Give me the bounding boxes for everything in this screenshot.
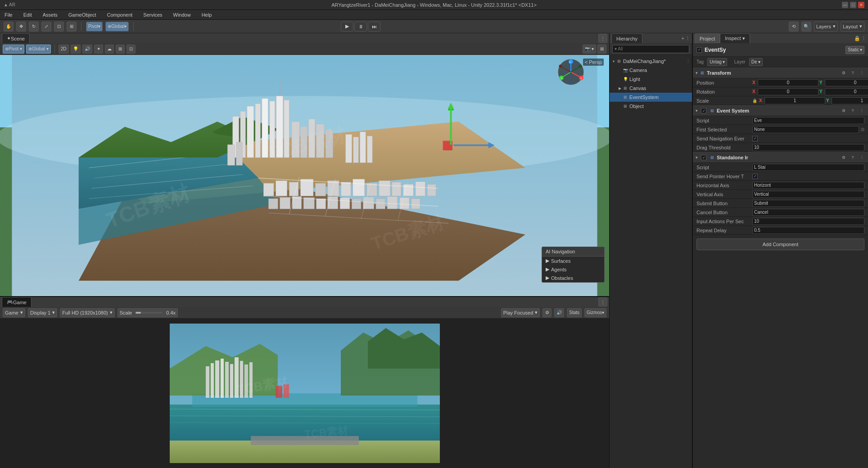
standalone-enabled[interactable]: ✓ — [701, 155, 706, 160]
inspector-more-btn[interactable]: ⋮ — [861, 36, 866, 41]
global-button[interactable]: ⊕ Global ▾ — [105, 22, 129, 32]
close-button[interactable]: ✕ — [858, 2, 864, 8]
scene-cam-btn[interactable]: 📷 ▾ — [583, 45, 596, 54]
search-button[interactable]: 🔍 — [801, 22, 811, 32]
game-stats-btn[interactable]: Stats — [567, 308, 582, 317]
hierarchy-add-btn[interactable]: + — [682, 36, 684, 41]
game-mode-dropdown[interactable]: Game ▾ — [3, 308, 25, 317]
menu-assets[interactable]: Assets — [41, 12, 59, 18]
layers-dropdown[interactable]: Layers ▾ — [814, 22, 838, 32]
menu-help[interactable]: Help — [200, 12, 214, 18]
hierarchy-item-eventsystem[interactable]: ⊞ EventSystem — [610, 93, 692, 102]
layer-dropdown[interactable]: De ▾ — [749, 58, 763, 66]
scale-dropdown[interactable]: Scale 0.4x — [118, 308, 178, 317]
scene-fx-btn[interactable]: ✦ — [94, 45, 103, 54]
vertical-axis-input[interactable] — [752, 191, 864, 198]
event-system-more-btn[interactable]: ⋮ — [858, 107, 865, 114]
menu-edit[interactable]: Edit — [22, 12, 34, 18]
inspector-lock-btn[interactable]: 🔒 — [854, 36, 860, 41]
scene-grid-btn[interactable]: ⊞ — [116, 45, 125, 54]
menu-gameobject[interactable]: GameObject — [67, 12, 98, 18]
hierarchy-item-light[interactable]: 💡 Light — [610, 75, 692, 84]
ai-nav-obstacles[interactable]: ▶ Obstacles — [542, 274, 604, 282]
maximize-button[interactable]: □ — [850, 2, 856, 8]
send-navigation-checkbox[interactable]: ✓ — [752, 136, 758, 141]
scene-tab[interactable]: ✦ Scene — [2, 33, 30, 43]
play-button[interactable]: ▶ — [341, 22, 353, 32]
game-tab[interactable]: 🎮 Game — [2, 297, 32, 307]
scale-x-input[interactable] — [764, 97, 825, 104]
standalone-settings-btn[interactable]: ⚙ — [840, 154, 847, 161]
layout-dropdown[interactable]: Layout ▾ — [841, 22, 864, 32]
standalone-header[interactable]: ▾ ✓ ⊞ Standalone Ir ⚙ ? ⋮ — [693, 152, 868, 163]
add-component-button[interactable]: Add Component — [696, 238, 864, 250]
standalone-more-btn[interactable]: ⋮ — [858, 154, 865, 161]
hierarchy-more-btn[interactable]: ⋮ — [685, 36, 690, 41]
scene-render-btn[interactable]: ⊞ — [597, 45, 606, 54]
first-selected-input[interactable] — [752, 126, 859, 133]
transform-component-header[interactable]: ▾ ⊞ Transform ⚙ ? ⋮ — [693, 68, 868, 78]
toolbar-scale-tool[interactable]: ⤢ — [41, 22, 51, 32]
hierarchy-item-canvas[interactable]: ▶ ⊞ Canvas — [610, 84, 692, 93]
pos-x-input[interactable] — [758, 79, 818, 86]
hierarchy-tab[interactable]: Hierarchy — [611, 33, 642, 43]
first-selected-circle[interactable]: ⊙ — [861, 127, 864, 132]
display-dropdown[interactable]: Display 1 ▾ — [28, 308, 57, 317]
minimize-button[interactable]: — — [842, 2, 848, 8]
input-actions-input[interactable] — [752, 218, 864, 225]
cancel-button-input[interactable] — [752, 209, 864, 216]
project-tab[interactable]: Project — [695, 33, 720, 43]
resolution-dropdown[interactable]: Full HD (1920x1080) ▾ — [60, 308, 115, 317]
scene-more-btn[interactable]: ⋮ — [598, 34, 607, 43]
hierarchy-search-input[interactable] — [612, 45, 689, 53]
hierarchy-item-object[interactable]: ⊞ Object — [610, 102, 692, 111]
undo-history-button[interactable]: ⟲ — [789, 22, 799, 32]
game-settings-btn[interactable]: ⚙ — [542, 308, 552, 317]
game-canvas[interactable]: TCB素材 TCB素材 — [0, 319, 609, 468]
scene-gizmo-btn[interactable]: ⊡ — [127, 45, 136, 54]
event-system-header[interactable]: ▾ ✓ ⊞ Event System ⚙ ? ⋮ — [693, 105, 868, 116]
menu-component[interactable]: Component — [105, 12, 134, 18]
toolbar-move-tool[interactable]: ✥ — [16, 22, 26, 32]
hierarchy-root-settings[interactable]: ⋮ — [686, 59, 690, 63]
inspect-tab[interactable]: Inspect ▾ — [720, 33, 750, 43]
event-system-enabled[interactable]: ✓ — [701, 108, 706, 113]
play-focused-dropdown[interactable]: Play Focused ▾ — [501, 308, 540, 317]
pos-y-input[interactable] — [825, 79, 868, 86]
standalone-help-btn[interactable]: ? — [849, 154, 856, 161]
event-script-input[interactable] — [752, 117, 864, 124]
scene-sky-btn[interactable]: ☁ — [105, 45, 114, 54]
scale-y-input[interactable] — [832, 97, 868, 104]
game-more-btn[interactable]: ⋮ — [598, 297, 607, 306]
menu-services[interactable]: Services — [141, 12, 164, 18]
submit-button-input[interactable] — [752, 200, 864, 207]
toolbar-transform-tool[interactable]: ⊞ — [67, 22, 77, 32]
scene-global-btn[interactable]: ⊕Global ▾ — [26, 45, 51, 54]
event-system-settings-btn[interactable]: ⚙ — [840, 107, 847, 114]
game-gizmos-btn[interactable]: Gizmos ▾ — [584, 308, 606, 317]
static-dropdown[interactable]: Static ▾ — [845, 46, 864, 54]
repeat-delay-input[interactable] — [752, 227, 864, 234]
game-mute-btn[interactable]: 🔊 — [554, 308, 564, 317]
rot-x-input[interactable] — [758, 88, 818, 95]
scene-gizmo[interactable]: Z X Y — [557, 58, 584, 86]
pivot-button[interactable]: Pivot ▾ — [86, 22, 103, 32]
transform-more-btn[interactable]: ⋮ — [858, 69, 865, 76]
drag-threshold-input[interactable] — [752, 144, 864, 151]
object-enabled-checkbox[interactable]: ✓ — [696, 47, 702, 53]
object-name[interactable]: EventSy — [705, 47, 726, 53]
event-system-help-btn[interactable]: ? — [849, 107, 856, 114]
toolbar-rotate-tool[interactable]: ↻ — [29, 22, 39, 32]
ai-nav-surfaces[interactable]: ▶ Surfaces — [542, 256, 604, 265]
menu-file[interactable]: File — [3, 12, 14, 18]
step-button[interactable]: ⏭ — [368, 22, 380, 32]
tag-dropdown[interactable]: Untag ▾ — [707, 58, 727, 66]
scene-pivot-btn[interactable]: ⊕Pivot ▾ — [3, 45, 24, 54]
transform-help-btn[interactable]: ? — [849, 69, 856, 76]
toolbar-hand-tool[interactable]: ✋ — [4, 22, 14, 32]
toolbar-rect-tool[interactable]: ⊡ — [54, 22, 64, 32]
horizontal-axis-input[interactable] — [752, 182, 864, 189]
transform-settings-btn[interactable]: ⚙ — [840, 69, 847, 76]
hierarchy-item-root[interactable]: ▾ ⊞ DaMeiChangJiang* ⋮ — [610, 57, 692, 66]
menu-window[interactable]: Window — [172, 12, 193, 18]
